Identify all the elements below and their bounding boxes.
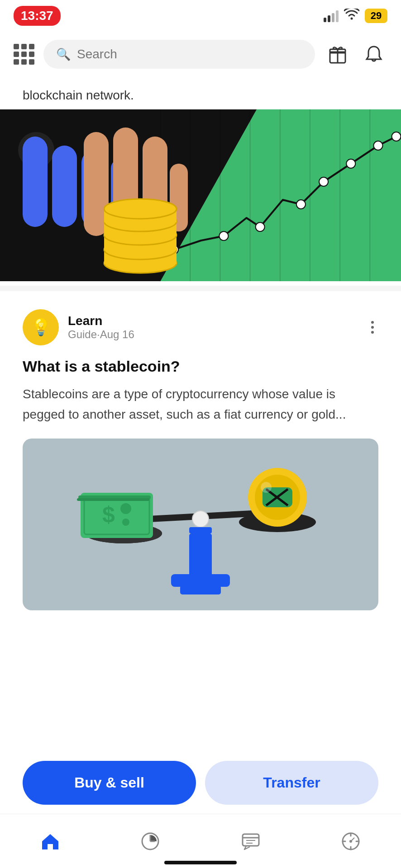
grid-icon[interactable] xyxy=(14,44,34,65)
wifi-icon xyxy=(344,9,359,24)
search-bar[interactable]: 🔍 xyxy=(43,40,315,69)
svg-point-54 xyxy=(120,503,131,514)
top-nav: 🔍 xyxy=(0,32,401,77)
svg-point-0 xyxy=(351,17,353,19)
article-meta: 💡 Learn Guide·Aug 16 xyxy=(23,309,378,345)
article-meta-left: 💡 Learn Guide·Aug 16 xyxy=(23,309,134,345)
home-icon xyxy=(40,831,60,851)
home-indicator xyxy=(164,861,237,864)
stablecoin-article-image: $ xyxy=(23,439,378,610)
search-input[interactable] xyxy=(77,47,302,61)
bottom-spacer xyxy=(0,624,401,687)
svg-rect-44 xyxy=(189,533,212,579)
svg-point-42 xyxy=(192,511,209,527)
article-excerpt: Stablecoins are a type of cryptocurrency… xyxy=(23,384,378,425)
svg-point-55 xyxy=(122,519,129,526)
battery-display: 29 xyxy=(365,9,387,23)
status-icons: 29 xyxy=(324,9,387,24)
crypto-article-image xyxy=(0,109,401,281)
svg-rect-21 xyxy=(52,146,77,227)
transfer-button[interactable]: Transfer xyxy=(205,761,378,805)
svg-point-19 xyxy=(392,132,401,141)
svg-point-14 xyxy=(256,222,265,231)
svg-rect-20 xyxy=(23,137,48,227)
hand-illustration xyxy=(0,109,235,281)
nav-explore[interactable] xyxy=(327,827,374,856)
svg-point-36 xyxy=(104,199,177,219)
svg-point-15 xyxy=(296,200,306,209)
time-display: 13:37 xyxy=(14,6,61,26)
blockchain-snippet: blockchain network. xyxy=(0,77,401,109)
svg-point-16 xyxy=(319,177,328,186)
svg-rect-46 xyxy=(180,585,221,594)
svg-rect-57 xyxy=(77,498,149,501)
svg-point-17 xyxy=(347,159,356,168)
source-meta: Guide·Aug 16 xyxy=(68,328,134,341)
svg-rect-43 xyxy=(189,527,212,533)
svg-text:$: $ xyxy=(102,502,115,527)
messages-icon xyxy=(241,831,261,851)
svg-point-18 xyxy=(374,141,383,150)
source-name: Learn xyxy=(68,314,134,328)
notification-button[interactable] xyxy=(360,41,387,68)
svg-point-63 xyxy=(261,482,272,493)
svg-rect-45 xyxy=(171,574,230,587)
article-title: What is a stablecoin? xyxy=(23,356,378,376)
bottom-actions: Buy & sell Transfer xyxy=(0,752,401,814)
activity-icon xyxy=(140,831,160,851)
explore-icon xyxy=(341,831,361,851)
article-card-stablecoin[interactable]: 💡 Learn Guide·Aug 16 What is a stablecoi… xyxy=(0,296,401,624)
scale-illustration: $ xyxy=(23,439,378,610)
search-icon: 🔍 xyxy=(56,47,71,61)
bottom-nav xyxy=(0,814,401,868)
learn-icon: 💡 xyxy=(23,309,59,345)
nav-messages[interactable] xyxy=(227,827,274,856)
nav-home[interactable] xyxy=(27,827,74,856)
article-source-info: Learn Guide·Aug 16 xyxy=(68,314,134,341)
status-bar: 13:37 29 xyxy=(0,0,401,32)
signal-icon xyxy=(324,9,339,22)
content-area: blockchain network. xyxy=(0,77,401,687)
more-options-button[interactable] xyxy=(367,316,378,338)
separator xyxy=(0,286,401,291)
gift-button[interactable] xyxy=(324,41,351,68)
buy-sell-button[interactable]: Buy & sell xyxy=(23,761,196,805)
nav-activity[interactable] xyxy=(127,827,174,856)
